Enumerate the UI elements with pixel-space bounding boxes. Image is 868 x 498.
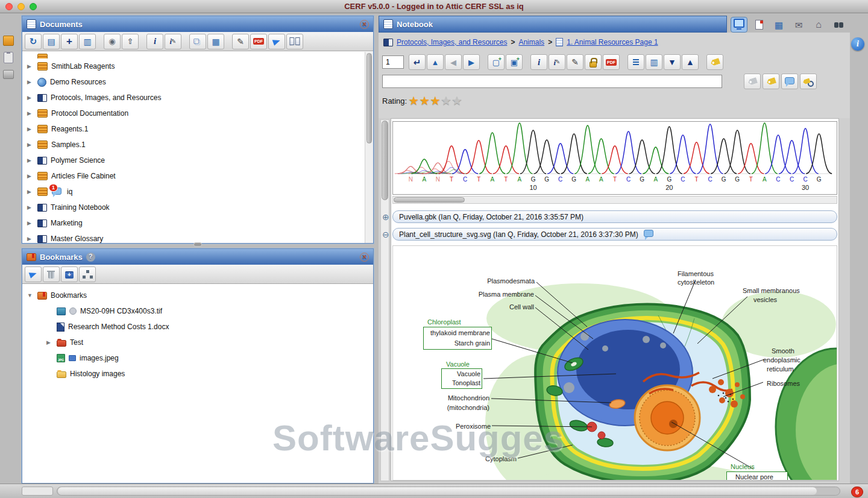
folder-add-button[interactable] xyxy=(61,266,78,282)
info-button[interactable] xyxy=(146,34,163,49)
expand-arrow-icon[interactable]: ▶ xyxy=(27,204,34,210)
bookmark-item[interactable]: Research Method Costs 1.docx xyxy=(22,319,373,335)
eye-button[interactable] xyxy=(104,34,121,49)
mail-view-button[interactable] xyxy=(790,17,807,33)
lock-button[interactable] xyxy=(585,54,602,70)
info-circle-icon[interactable]: i xyxy=(851,37,864,51)
close-bookmarks-icon[interactable] xyxy=(360,253,369,262)
tree-item[interactable]: ▶1iq xyxy=(22,184,373,200)
pen-button[interactable] xyxy=(232,34,249,49)
minimize-window-button[interactable] xyxy=(17,3,25,10)
bookmark-item[interactable]: ▶Test xyxy=(22,335,373,350)
documents-scrollbar-thumb[interactable] xyxy=(366,53,372,143)
new-entry-button[interactable] xyxy=(488,54,505,70)
close-documents-icon[interactable] xyxy=(360,20,369,29)
expand-arrow-icon[interactable]: ▶ xyxy=(27,79,34,85)
paste-button[interactable] xyxy=(207,34,224,49)
tree-item[interactable]: ▶Protocols, Images, and Resources xyxy=(22,90,373,106)
return-button[interactable] xyxy=(409,54,426,70)
page-number-input[interactable] xyxy=(382,55,404,69)
rating-star-3[interactable]: ★ xyxy=(430,94,441,107)
chromatogram-hscrollbar[interactable] xyxy=(392,196,837,204)
pen-button[interactable] xyxy=(567,54,583,70)
content-scrollbar-thumb[interactable] xyxy=(382,121,388,200)
bookmarks-panel-header[interactable]: Bookmarks xyxy=(22,249,373,265)
rating-star-2[interactable]: ★ xyxy=(419,94,430,107)
bookmark-item[interactable]: Histology images xyxy=(22,366,373,382)
collapse-entry-icon[interactable]: ⊖ xyxy=(382,230,389,239)
bookmark-item[interactable]: images.jpeg xyxy=(22,350,373,366)
unread-comment-badge[interactable]: 1 xyxy=(51,186,63,197)
chromatogram-hscroll-thumb[interactable] xyxy=(394,197,465,203)
export-button[interactable] xyxy=(122,34,139,49)
monitor-view-button[interactable] xyxy=(731,17,747,33)
expand-entry-icon[interactable]: ⊕ xyxy=(382,212,389,222)
breadcrumb-link[interactable]: 1. Animal Resources Page 1 xyxy=(567,38,658,46)
trash-button[interactable] xyxy=(43,266,60,282)
new-page-button[interactable] xyxy=(506,54,523,70)
expand-arrow-icon[interactable]: ▶ xyxy=(27,63,34,69)
binoculars-view-button[interactable] xyxy=(830,17,847,33)
bookmark-item[interactable]: MS20-09H CD3x400s3.tif xyxy=(22,303,373,319)
send-button[interactable] xyxy=(268,34,285,49)
refresh-button[interactable] xyxy=(25,34,42,49)
tree-item[interactable]: ▶Demo Resources xyxy=(22,74,373,90)
sort-button[interactable] xyxy=(627,54,644,70)
notebook-panel-header[interactable]: Notebook xyxy=(379,16,727,33)
expand-arrow-icon[interactable]: ▶ xyxy=(27,126,34,132)
hierarchy-button[interactable] xyxy=(79,266,96,282)
tag-button[interactable] xyxy=(763,74,779,89)
breadcrumb-link[interactable]: Protocols, Images, and Resources xyxy=(397,38,507,46)
bottom-hscrollbar[interactable] xyxy=(57,487,840,496)
tree-item[interactable]: ▶Articles File Cabinet xyxy=(22,168,373,184)
tag-gray-button[interactable] xyxy=(744,74,761,89)
sign-button[interactable] xyxy=(165,34,181,49)
entry-plant-cell[interactable]: ⊖ Plant_cell_structure_svg.svg (Ian Q, F… xyxy=(392,228,837,241)
entries-button[interactable] xyxy=(79,34,96,49)
expand-arrow-icon[interactable]: ▶ xyxy=(27,95,34,101)
up-button[interactable] xyxy=(427,54,444,70)
pdf-button[interactable] xyxy=(250,34,267,49)
tree-item[interactable]: ▶Master Glossary xyxy=(22,231,373,243)
comment-icon[interactable] xyxy=(643,229,654,240)
help-icon[interactable] xyxy=(86,253,95,262)
rating-star-4[interactable]: ★ xyxy=(441,94,451,107)
tree-item[interactable]: ▶Reagents.1 xyxy=(22,121,373,137)
close-window-button[interactable] xyxy=(5,3,13,10)
down-big-button[interactable] xyxy=(664,54,681,70)
send-button[interactable] xyxy=(25,266,42,282)
bank-view-button[interactable] xyxy=(810,17,827,33)
tree-item[interactable]: ▶Protocol Documentation xyxy=(22,106,373,121)
expand-arrow-icon[interactable]: ▶ xyxy=(46,339,53,345)
tree-item[interactable]: ▶Marketing xyxy=(22,215,373,231)
tree-item[interactable]: ▶SmithLab Reagents xyxy=(22,58,373,74)
rating-stars[interactable]: ★★★★★ xyxy=(408,95,462,107)
right-button[interactable] xyxy=(463,54,480,70)
tree-item[interactable]: ▶Polymer Science xyxy=(22,153,373,168)
breadcrumb-link[interactable]: Animals xyxy=(518,38,544,46)
tag-search-button[interactable] xyxy=(800,74,817,89)
expand-arrow-icon[interactable]: ▶ xyxy=(27,189,34,195)
content-scrollbar[interactable] xyxy=(380,119,389,481)
notification-badge[interactable]: 6 xyxy=(851,487,863,497)
report-view-button[interactable] xyxy=(750,17,767,33)
rating-star-5[interactable]: ★ xyxy=(451,94,462,107)
expand-arrow-icon[interactable]: ▶ xyxy=(27,142,34,148)
documents-scrollbar[interactable] xyxy=(365,52,373,243)
sign-button[interactable] xyxy=(549,54,565,70)
bookmarks-root-item[interactable]: ▼Bookmarks xyxy=(22,288,373,303)
filter-input[interactable] xyxy=(382,75,722,88)
new-notebook-button[interactable] xyxy=(43,34,60,49)
archive-icon[interactable] xyxy=(3,35,14,46)
collapse-arrow-icon[interactable]: ▼ xyxy=(27,292,34,298)
expand-arrow-icon[interactable]: ▶ xyxy=(27,220,34,226)
rating-star-1[interactable]: ★ xyxy=(408,94,419,107)
bottom-hscroll-thumb[interactable] xyxy=(58,487,817,495)
documents-panel-header[interactable]: Documents xyxy=(22,16,373,32)
expand-arrow-icon[interactable]: ▶ xyxy=(27,110,34,116)
pdf-button[interactable] xyxy=(603,54,620,70)
book-button[interactable] xyxy=(286,34,303,49)
comment-button[interactable] xyxy=(781,74,798,89)
tree-item[interactable]: ▶Samples.1 xyxy=(22,137,373,153)
up-big-button[interactable] xyxy=(682,54,699,70)
